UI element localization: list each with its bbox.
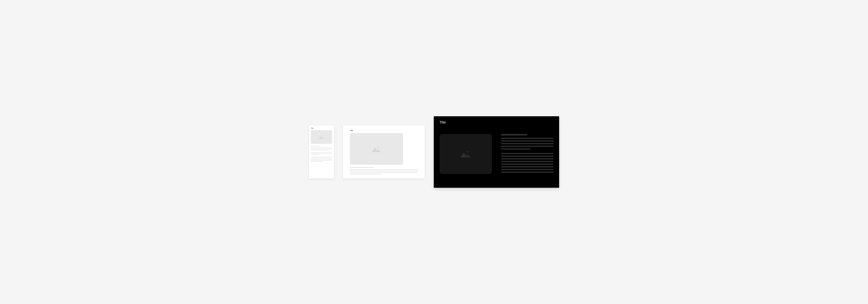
text-placeholder	[350, 167, 418, 175]
page-title: Title	[311, 127, 332, 129]
svg-point-1	[377, 146, 379, 148]
mountains-icon	[460, 150, 471, 158]
text-placeholder	[501, 134, 553, 174]
image-placeholder	[439, 134, 492, 174]
mountains-icon	[372, 146, 381, 152]
svg-point-0	[322, 136, 323, 136]
layout-frame-tv: Title	[434, 116, 559, 188]
svg-point-2	[467, 151, 468, 153]
image-placeholder	[311, 130, 332, 144]
text-placeholder	[311, 146, 332, 162]
page-title: Title	[439, 120, 553, 125]
image-placeholder	[350, 133, 403, 165]
mountains-icon	[319, 135, 324, 139]
content-row	[439, 134, 553, 174]
layout-frame-phone: Title	[309, 126, 334, 178]
page-title: Title	[350, 130, 418, 132]
layout-frame-tablet: Title	[343, 126, 425, 178]
